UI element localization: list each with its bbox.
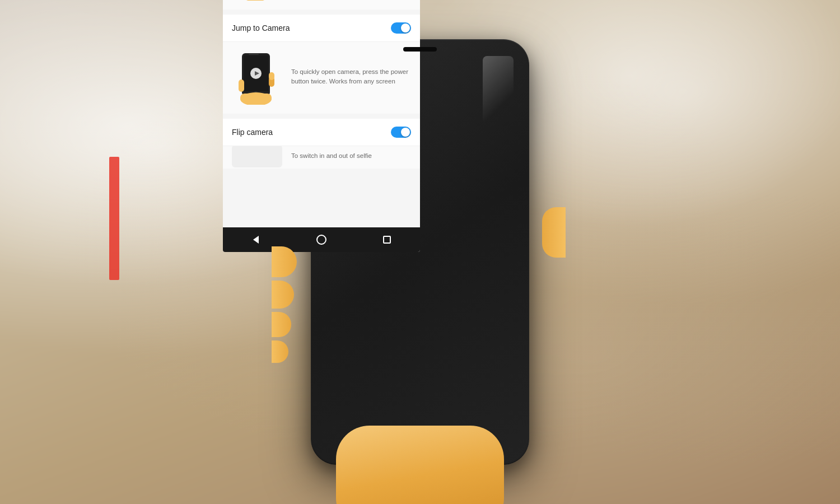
svg-rect-14	[249, 54, 259, 55]
phone-screen: ℬ 📶 ⏱ ⋈ ▂▄▆ ▮ 9:00	[223, 0, 420, 252]
phone-container: ℬ 📶 ⏱ ⋈ ▂▄▆ ▮ 9:00	[280, 11, 560, 493]
nav-home-button[interactable]	[313, 231, 330, 248]
thumb-right	[542, 207, 566, 258]
hand-left	[272, 246, 297, 363]
svg-point-6	[241, 0, 270, 1]
flip-camera-label: Flip camera	[232, 128, 273, 137]
flip-illustration-partial	[232, 146, 282, 167]
flip-camera-desc: To switch in and out of selfie	[223, 146, 420, 169]
camera-illustration	[232, 49, 282, 105]
jump-camera-section: Jump to Camera	[223, 15, 420, 114]
phone-body: ℬ 📶 ⏱ ⋈ ▂▄▆ ▮ 9:00	[311, 39, 529, 465]
svg-rect-22	[269, 72, 274, 80]
finger-left-2	[272, 281, 294, 309]
swipe-notifications-section: Swipe for notifications	[223, 0, 420, 10]
jump-camera-desc: To quickly open camera, press the power …	[223, 42, 420, 114]
finger-left-3	[272, 312, 291, 337]
flip-camera-description: To switch in and out of selfie	[291, 151, 372, 161]
swipe-svg	[232, 0, 282, 1]
finger-left-4	[272, 340, 288, 363]
divider-1	[223, 10, 420, 15]
swipe-illustration	[232, 0, 282, 1]
finger-left-1	[272, 246, 297, 277]
phone-reflection	[483, 56, 514, 123]
nav-recent-button[interactable]	[379, 231, 395, 248]
jump-camera-toggle[interactable]	[391, 22, 411, 34]
flip-camera-section: Flip camera To switch in and out of self…	[223, 119, 420, 169]
front-camera-area	[403, 47, 437, 52]
nav-bar	[223, 227, 420, 252]
camera-svg	[232, 49, 282, 105]
jump-camera-label: Jump to Camera	[232, 24, 290, 32]
thumb-shape	[542, 207, 566, 258]
svg-rect-19	[240, 94, 272, 101]
recent-icon	[383, 236, 391, 244]
flip-camera-header: Flip camera	[223, 119, 420, 146]
home-icon	[316, 235, 326, 245]
decorative-bar	[109, 157, 119, 280]
jump-camera-description: To quickly open camera, press the power …	[291, 67, 411, 87]
jump-camera-header: Jump to Camera	[223, 15, 420, 42]
divider-2	[223, 114, 420, 119]
nav-back-button[interactable]	[248, 231, 264, 248]
back-icon	[253, 236, 259, 244]
svg-rect-20	[239, 80, 244, 92]
swipe-notifications-desc: To check your notifications, swipe down …	[223, 0, 420, 10]
content-area: Swipe for notifications	[223, 0, 420, 169]
palm-base	[336, 426, 504, 504]
flip-camera-toggle[interactable]	[391, 127, 411, 138]
